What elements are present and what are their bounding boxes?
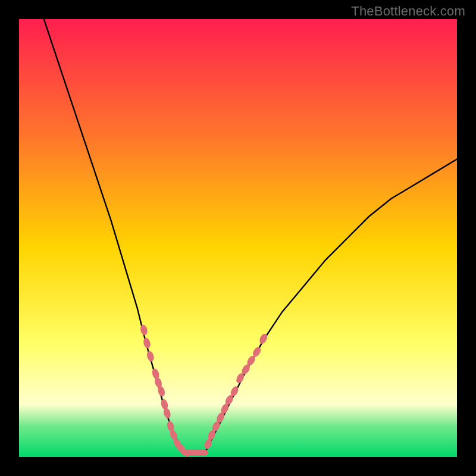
chart-frame: TheBottleneck.com xyxy=(0,0,476,476)
watermark-text: TheBottleneck.com xyxy=(351,4,465,19)
plot-area xyxy=(19,19,457,457)
chart-svg xyxy=(19,19,457,457)
marker-dot xyxy=(198,449,208,456)
gradient-background xyxy=(19,19,457,457)
